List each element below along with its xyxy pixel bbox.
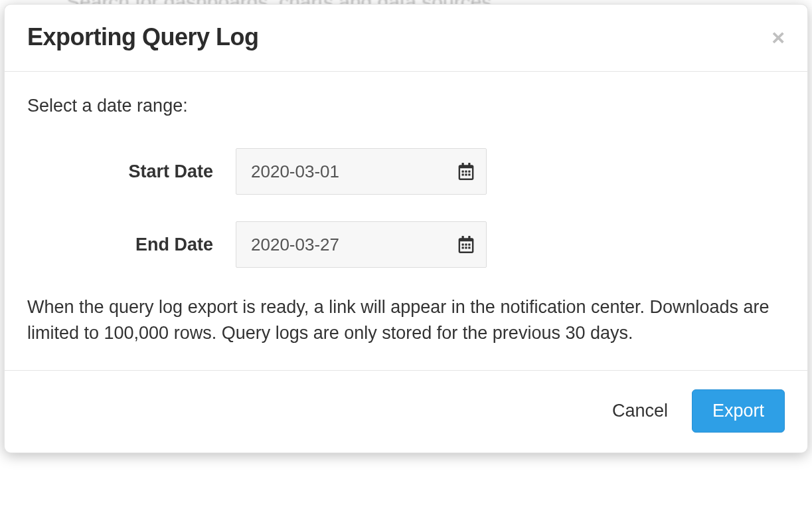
date-range-prompt: Select a date range: <box>27 96 785 116</box>
end-date-label: End Date <box>27 235 236 255</box>
end-date-input[interactable] <box>236 221 487 268</box>
export-button[interactable]: Export <box>692 389 785 433</box>
export-query-log-modal: Exporting Query Log × Select a date rang… <box>4 4 808 453</box>
export-info-text: When the query log export is ready, a li… <box>27 294 785 346</box>
modal-title: Exporting Query Log <box>27 23 785 51</box>
start-date-label: Start Date <box>27 161 236 182</box>
end-date-field-wrap <box>236 221 487 268</box>
modal-footer: Cancel Export <box>5 370 807 453</box>
modal-header: Exporting Query Log × <box>5 5 807 72</box>
end-date-row: End Date <box>27 221 785 268</box>
start-date-field-wrap <box>236 148 487 195</box>
start-date-row: Start Date <box>27 148 785 195</box>
cancel-button[interactable]: Cancel <box>608 394 672 428</box>
close-icon[interactable]: × <box>771 26 785 49</box>
modal-body: Select a date range: Start Date End Date… <box>5 72 807 370</box>
start-date-input[interactable] <box>236 148 487 195</box>
